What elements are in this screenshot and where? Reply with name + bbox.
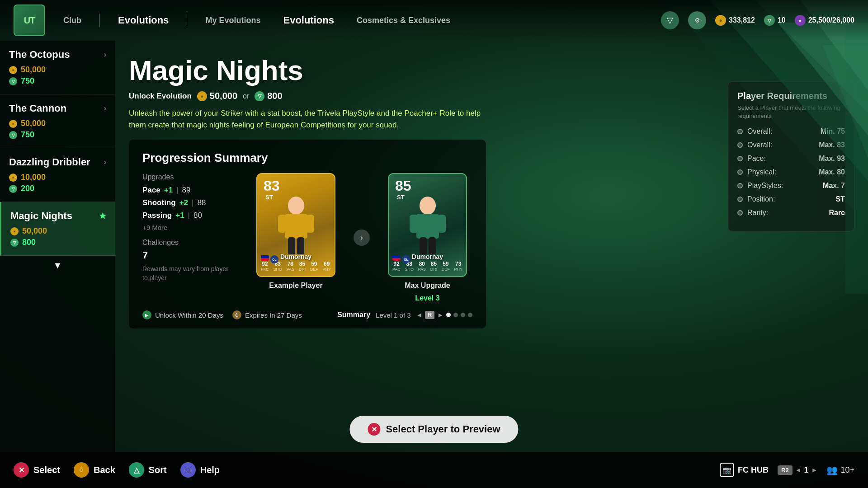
unlock-evo-icon: ▽ [255, 91, 264, 101]
coin-small-icon-3: ● [9, 174, 17, 182]
nav-divider-2 [187, 14, 187, 27]
upgrade-shooting: Shooting +2 | 88 [142, 198, 242, 207]
expires-days: ⏱ Expires In 27 Days [232, 310, 302, 319]
max-haiti-flag [392, 255, 401, 261]
svg-point-7 [288, 197, 304, 215]
challenges-section: Challenges 7 Rewards may vary from playe… [142, 239, 242, 282]
nav-club[interactable]: Club [54, 12, 90, 29]
sort-label: Sort [149, 465, 167, 475]
svg-point-13 [420, 197, 436, 215]
r2-arrow-left[interactable]: ◄ [795, 466, 802, 474]
people-icon: 👥 [826, 465, 838, 475]
arrow-right: › [104, 51, 106, 59]
max-stat-dri: 85DRI [430, 261, 438, 272]
evo-small-icon-2: ▽ [9, 131, 17, 139]
svg-rect-10 [306, 215, 314, 233]
sidebar-item-cannon[interactable]: The Cannon › ● 50,000 ▽ 750 [0, 94, 115, 148]
max-stat-pas: 80PAS [418, 261, 426, 272]
example-player-svg [269, 196, 323, 254]
progression-body: Upgrades Pace +1 | 89 Shooting +2 | 88 P… [142, 173, 472, 302]
octopus-coin-cost: ● 50,000 [9, 65, 106, 75]
octopus-costs: ● 50,000 ▽ 750 [9, 65, 106, 86]
dazzling-evo-cost: ▽ 200 [9, 184, 106, 193]
sidebar-dazzling-name: Dazzling Dribbler › [9, 156, 106, 168]
expires-icon: ⏱ [232, 310, 241, 319]
level-arrow-left[interactable]: ◄ [416, 311, 423, 319]
octopus-evo-cost: ▽ 750 [9, 76, 106, 86]
level-arrow-right[interactable]: ► [437, 311, 443, 319]
r-badge: R [425, 311, 434, 319]
fc-hub-button[interactable]: 📷 FC HUB [720, 463, 769, 477]
sidebar-item-magic-nights[interactable]: Magic Nights ★ ● 50,000 ▽ 800 [0, 202, 115, 256]
r2-navigation: R2 ◄ 1 ► [778, 465, 817, 475]
upgrades-label: Upgrades [142, 173, 242, 181]
currency-display: ▽ ⚙ ● 333,812 ▽ 10 ● 25,500/26,000 [661, 11, 854, 29]
sidebar-octopus-name: The Octopus › [9, 49, 106, 61]
cannon-coin-cost: ● 50,000 [9, 119, 106, 128]
max-upgrade-wrapper: 85 ST Dumornay 92PAC [388, 173, 467, 302]
sidebar-item-dazzling[interactable]: Dazzling Dribbler › ● 10,000 ▽ 200 [0, 148, 115, 202]
select-button[interactable]: ✕ Select [14, 462, 60, 478]
evo-icon-nav: ▽ [661, 11, 679, 29]
max-rating: 85 [395, 178, 411, 193]
rewards-note: Rewards may vary from player to player [142, 265, 233, 282]
r2-arrow-right[interactable]: ► [811, 466, 818, 474]
select-label: Select [33, 465, 60, 475]
max-stat-phy: 73PHY [454, 261, 462, 272]
close-circle-icon: ✕ [368, 423, 380, 436]
unlock-days: ▶ Unlock Within 20 Days [142, 310, 223, 319]
settings-icon[interactable]: ⚙ [688, 11, 706, 29]
top-navigation: UT Club Evolutions My Evolutions Evoluti… [0, 0, 868, 41]
sp-display: ● 25,500/26,000 [795, 15, 854, 26]
fc-hub-label: FC HUB [738, 465, 769, 475]
sidebar-scroll-down[interactable]: ▼ [0, 256, 115, 275]
evo-small-icon-4: ▽ [10, 239, 19, 247]
cards-section: 83 ST Dumornay 92PAC [251, 173, 472, 302]
nav-my-evolutions[interactable]: My Evolutions [196, 12, 269, 29]
help-button[interactable]: □ Help [180, 462, 220, 478]
ut-logo: UT [14, 5, 45, 36]
card-next-arrow[interactable]: › [354, 230, 370, 246]
evolution-description: Unleash the power of your Striker with a… [129, 108, 481, 131]
nav-evolutions-tab[interactable]: Evolutions [274, 11, 343, 30]
evo-small-icon-3: ▽ [9, 185, 17, 193]
svg-rect-11 [288, 237, 295, 254]
unlock-row: Unlock Evolution ● 50,000 or ▽ 800 [129, 91, 854, 101]
evo-points-display: ▽ 10 [764, 15, 786, 26]
select-player-text: Select Player to Preview [386, 423, 500, 435]
stat-def: 59DEF [310, 261, 318, 272]
players-count: 👥 10+ [826, 465, 854, 475]
x-button-icon: ✕ [14, 462, 29, 478]
svg-rect-18 [429, 237, 436, 254]
dot-1 [446, 313, 451, 317]
level-text: Level 1 of 3 [376, 311, 411, 319]
nav-evolutions-header[interactable]: Evolutions [109, 11, 178, 30]
upgrade-pace: Pace +1 | 89 [142, 186, 242, 195]
haiti-flag [261, 255, 269, 261]
nav-cosmetics[interactable]: Cosmetics & Exclusives [348, 12, 459, 29]
progression-panel: Progression Summary Upgrades Pace +1 | 8… [129, 140, 486, 328]
svg-rect-17 [420, 237, 427, 254]
coin-icon: ● [715, 15, 726, 26]
lyon-badge: OL [270, 255, 278, 263]
example-player-card: 83 ST Dumornay 92PAC [256, 173, 335, 277]
select-player-button[interactable]: ✕ Select Player to Preview [349, 416, 518, 443]
sort-button[interactable]: △ Sort [129, 462, 167, 478]
back-button[interactable]: ○ Back [74, 462, 115, 478]
svg-rect-12 [297, 237, 304, 254]
cannon-costs: ● 50,000 ▽ 750 [9, 119, 106, 140]
dazzling-costs: ● 10,000 ▽ 200 [9, 173, 106, 193]
nav-items: Club Evolutions My Evolutions Evolutions… [54, 11, 661, 30]
sp-icon: ● [795, 15, 806, 26]
evo-small-icon: ▽ [9, 77, 17, 85]
unlock-label: Unlock Evolution [129, 92, 192, 101]
triangle-button-icon: △ [129, 462, 144, 478]
card-badges: OL [261, 255, 278, 263]
sidebar-item-octopus[interactable]: The Octopus › ● 50,000 ▽ 750 [0, 41, 115, 94]
sidebar-magic-nights-name: Magic Nights ★ [10, 210, 106, 222]
or-text: or [243, 92, 249, 100]
dot-4 [468, 313, 472, 317]
max-upgrade-card: 85 ST Dumornay 92PAC [388, 173, 467, 277]
unlock-coin-icon: ● [197, 91, 207, 101]
dot-3 [461, 313, 465, 317]
